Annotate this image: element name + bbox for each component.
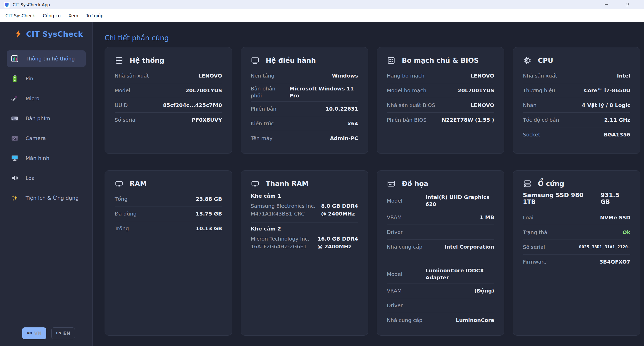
gpu-icon — [387, 179, 396, 188]
lightning-bolt-icon — [14, 30, 22, 39]
minimize-button[interactable] — [600, 0, 612, 9]
ram-slot-module: Samsung Electronics Inc. M471A1K43BB1-CR… — [251, 202, 316, 218]
ram-slot-part: 16ATF2G64HZ-2G6E1 — [251, 243, 309, 250]
ram-slots-card: Thanh RAM Khe cắm 1 Samsung Electronics … — [241, 170, 368, 336]
titlebar: CIT SysCheck App — [0, 0, 644, 9]
spec-value: 23.88 GB — [196, 196, 222, 203]
cpu-card: CPU Nhà sản xuấtIntel Thương hiệuCore™ i… — [513, 47, 640, 154]
spec-value: 1 MB — [480, 214, 494, 221]
sidebar: CIT SysCheck Thông tin hệ thống — [0, 22, 93, 346]
disk-capacity: 931.5 GB — [601, 192, 630, 205]
sidebar-item-speaker[interactable]: Loa — [7, 170, 86, 186]
sparkles-icon — [11, 194, 19, 202]
sidebar-item-camera[interactable]: Camera — [7, 130, 86, 147]
sidebar-item-label: Tiện ích & Ứng dụng — [26, 195, 79, 201]
menu-tools[interactable]: Công cụ — [39, 11, 65, 21]
spec-value: Windows — [332, 72, 358, 79]
card-title: CPU — [538, 57, 553, 64]
menu-app[interactable]: CIT SysCheck — [2, 11, 39, 21]
spec-value: BGA1356 — [604, 131, 630, 138]
spec-row: Nhân4 Vật lý / 8 Logic — [523, 98, 630, 113]
spec-row: Nhà cung cấpLuminonCore — [387, 313, 494, 328]
sidebar-item-label: Pin — [26, 75, 33, 82]
ram-slot-row: Micron Technology Inc. 16ATF2G64HZ-2G6E1… — [251, 235, 358, 255]
language-button-vn[interactable]: VN VN — [22, 327, 46, 339]
ram-slot-size: 8.0 GB DDR4 — [321, 202, 358, 210]
restore-button[interactable] — [622, 0, 633, 9]
sidebar-item-system-info[interactable]: Thông tin hệ thống — [7, 50, 86, 67]
card-header: RAM — [115, 178, 222, 190]
spec-label: Nền tảng — [251, 72, 274, 79]
bar-chart-icon — [11, 55, 19, 63]
cpu-icon — [523, 56, 532, 65]
sidebar-item-battery[interactable]: Pin — [7, 70, 86, 87]
keyboard-icon — [11, 114, 19, 122]
spec-label: Bản phân phối — [251, 85, 285, 99]
sidebar-item-label: Micro — [26, 95, 40, 102]
spec-value: 85cf204c...425c7f40 — [163, 102, 222, 109]
graphics-card: Đồ họa ModelIntel(R) UHD Graphics 620 VR… — [377, 170, 504, 336]
spec-label: Kiến trúc — [251, 120, 274, 127]
spec-value: Intel — [617, 72, 630, 79]
card-title: Hệ điều hành — [266, 57, 316, 64]
card-header: Hệ điều hành — [251, 55, 358, 66]
ram-slot-speed: @ 2400MHz — [321, 210, 358, 218]
spec-row: Hãng bo mạchLENOVO — [387, 68, 494, 83]
ram-slot-size: 16.0 GB DDR4 — [318, 235, 358, 243]
spec-row: Tổng23.88 GB — [115, 192, 222, 206]
sidebar-item-utilities[interactable]: Tiện ích & Ứng dụng — [7, 190, 86, 206]
spec-label: Trống — [115, 225, 129, 232]
spec-value: 13.75 GB — [196, 210, 222, 217]
spec-row: Thương hiệuCore™ i7-8650U — [523, 83, 630, 98]
spec-label: Driver — [387, 229, 403, 236]
spec-label: Đã dùng — [115, 210, 137, 217]
gpu-adapter-rows: ModelIntel(R) UHD Graphics 620 VRAM1 MB … — [387, 192, 494, 254]
ram-card: RAM Tổng23.88 GB Đã dùng13.75 GB Trống10… — [105, 170, 232, 336]
spec-row: VRAM(Động) — [387, 283, 494, 298]
grid-icon — [115, 56, 123, 65]
spec-label: Model — [387, 197, 402, 204]
adapter-separator — [387, 254, 494, 265]
card-header: Bo mạch chủ & BIOS — [387, 55, 494, 66]
spec-row: Kiến trúcx64 — [251, 116, 358, 131]
spec-row: Trống10.13 GB — [115, 221, 222, 236]
spec-value: N22ET78W (1.55 ) — [442, 117, 494, 124]
spec-row: Firmware3B4QFXO7 — [523, 255, 630, 269]
sidebar-item-microphone[interactable]: Micro — [7, 90, 86, 107]
spec-value: 2.11 GHz — [604, 117, 630, 124]
sidebar-item-keyboard[interactable]: Bàn phím — [7, 110, 86, 127]
sidebar-item-label: Loa — [26, 175, 35, 181]
language-button-en[interactable]: US EN — [51, 327, 75, 339]
card-header: Hệ thống — [115, 55, 222, 66]
spec-label: Nhà cung cấp — [387, 243, 422, 250]
spec-label: Loại — [523, 214, 533, 221]
spec-label: Hãng bo mạch — [387, 72, 425, 79]
monitor-icon — [11, 154, 19, 162]
speaker-icon — [11, 174, 19, 182]
spec-value: LuminonCore — [456, 317, 494, 324]
hardware-cards-grid: Hệ thống Nhà sản xuấtLENOVO Model20L7001… — [105, 47, 640, 336]
window-title: CIT SysCheck App — [13, 2, 50, 7]
disk-model: Samsung SSD 980 1TB — [523, 192, 597, 205]
spec-label: Model — [115, 87, 130, 94]
disk-status-badge: Ok — [623, 229, 630, 236]
minimize-icon — [604, 3, 608, 7]
spec-rows: Nhà sản xuấtLENOVO Model20L7001YUS UUID8… — [115, 68, 222, 127]
spec-value: Admin-PC — [330, 135, 358, 142]
spec-value: LENOVO — [470, 102, 494, 109]
spec-row: Số serialPF0X8UVY — [115, 113, 222, 127]
menu-view[interactable]: Xem — [65, 11, 82, 21]
spec-row: Model bo mạch20L7001YUS — [387, 83, 494, 98]
spec-row: Model20L7001YUS — [115, 83, 222, 98]
spec-row: Bản phân phốiMicrosoft Windows 11 Pro — [251, 83, 358, 102]
gpu-adapter-rows: ModelLuminonCore IDDCX Adapter VRAM(Động… — [387, 265, 494, 328]
spec-label: Số serial — [523, 244, 545, 251]
card-header: Thanh RAM — [251, 178, 358, 190]
spec-rows: Tổng23.88 GB Đã dùng13.75 GB Trống10.13 … — [115, 192, 222, 236]
spec-row: Số serial0025_38D1_31A1_2120. — [523, 240, 630, 255]
menu-help[interactable]: Trợ giúp — [82, 11, 107, 21]
sidebar-item-display[interactable]: Màn hình — [7, 150, 86, 166]
spec-value: 3B4QFXO7 — [600, 258, 630, 265]
spec-row: Nhà sản xuấtIntel — [523, 68, 630, 83]
disk-serial-value: 0025_38D1_31A1_2120. — [579, 244, 630, 250]
